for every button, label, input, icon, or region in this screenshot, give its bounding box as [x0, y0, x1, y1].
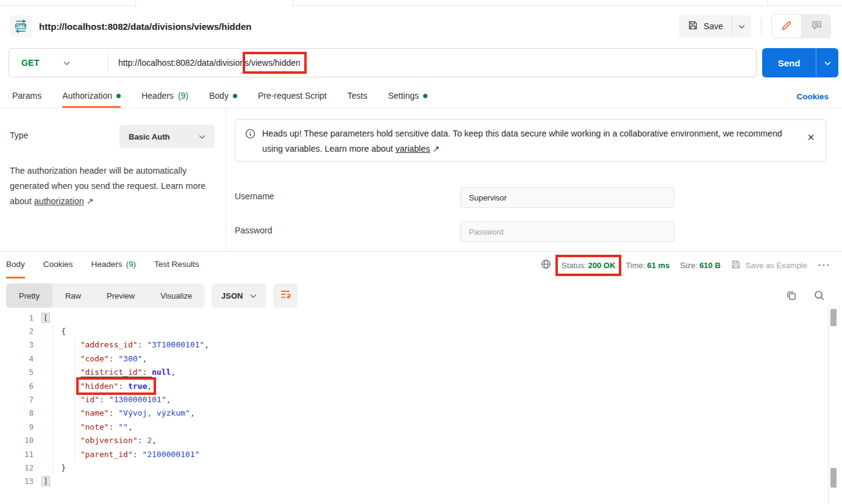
code-line: 8 "name": "Vývoj, výzkum",: [0, 406, 827, 420]
response-tab-body[interactable]: Body: [6, 252, 25, 279]
response-tab-cookies[interactable]: Cookies: [43, 252, 73, 279]
view-tab-raw[interactable]: Raw: [52, 283, 94, 308]
code-line: 13]: [0, 475, 827, 488]
tab-params[interactable]: Params: [12, 85, 41, 108]
code-line: 1[: [0, 311, 827, 324]
save-button-group: Save: [679, 15, 751, 37]
auth-help-text: The authorization header will be automat…: [0, 148, 226, 209]
format-value: JSON: [221, 291, 243, 300]
sensitive-data-banner: Heads up! These parameters hold sensitiv…: [235, 119, 826, 161]
size-value: 610 B: [699, 261, 721, 270]
svg-text:HTTP: HTTP: [15, 24, 27, 28]
request-tabs: Params Authorization Headers(9) Body Pre…: [0, 85, 842, 108]
auth-type-value: Basic Auth: [129, 132, 169, 141]
code-line: 7 "id": "1300000101",: [0, 392, 827, 406]
code-line: 9 "note": "",: [0, 420, 827, 433]
password-label: Password: [235, 225, 272, 235]
url-input[interactable]: http://localhost:8082/data/divisions/vie…: [118, 58, 301, 68]
time-value: 61 ms: [647, 261, 669, 270]
wrap-lines-icon: [280, 289, 291, 302]
tab-separator: [767, 0, 768, 6]
chevron-down-icon: [199, 132, 205, 141]
view-tab-preview[interactable]: Preview: [94, 283, 148, 308]
line-number: 2: [0, 327, 42, 336]
save-icon: [731, 260, 741, 271]
headers-count: (9): [178, 91, 188, 101]
line-number: 12: [0, 463, 42, 472]
line-number: 8: [0, 408, 42, 417]
format-select[interactable]: JSON: [212, 283, 266, 308]
response-header: Body Cookies Headers(9) Test Results Sta…: [0, 252, 842, 279]
code-line: 2 {: [0, 324, 827, 338]
method-divider: [108, 54, 109, 72]
scrollbar-thumb[interactable]: [830, 468, 837, 488]
hidden-true-annotation: "hidden": true,: [80, 382, 152, 391]
globe-icon[interactable]: [541, 259, 551, 271]
wrap-lines-button[interactable]: [273, 283, 298, 308]
password-field[interactable]: Password: [460, 221, 674, 242]
search-icon[interactable]: [814, 290, 825, 301]
authorization-link[interactable]: authorization: [34, 196, 84, 206]
response-body-editor[interactable]: 1[2 {3 "address_id": "3T10000101",4 "cod…: [0, 311, 827, 504]
send-options-button[interactable]: [816, 48, 838, 77]
status-badge-annotation: Status:200 OK: [562, 261, 615, 270]
active-request-tab[interactable]: [135, 0, 293, 7]
tab-authorization[interactable]: Authorization: [62, 85, 121, 108]
url-highlight-annotation: /views/hidden: [249, 58, 301, 68]
view-tab-visualize[interactable]: Visualize: [148, 283, 205, 308]
code-line: 3 "address_id": "3T10000101",: [0, 338, 827, 352]
time-badge: Time:61 ms: [626, 261, 669, 270]
save-icon: [688, 20, 698, 32]
header-divider: [761, 18, 762, 34]
edit-mode-button[interactable]: [771, 14, 802, 38]
username-field[interactable]: Supervisor: [460, 187, 674, 208]
cookies-link[interactable]: Cookies: [796, 92, 829, 101]
tab-headers[interactable]: Headers(9): [141, 85, 188, 108]
comment-icon: [812, 20, 822, 33]
code-lines: 1[2 {3 "address_id": "3T10000101",4 "cod…: [0, 311, 827, 488]
auth-panel-divider: [226, 108, 226, 251]
green-dot-icon: [423, 94, 427, 98]
auth-type-panel: Type Basic Auth The authorization header…: [0, 108, 226, 251]
method-label: GET: [21, 58, 39, 68]
save-button-label: Save: [704, 21, 723, 31]
chevron-down-icon: [63, 57, 70, 68]
response-toolbar: Pretty Raw Preview Visualize JSON: [6, 283, 836, 308]
tab-pre-request-script[interactable]: Pre-request Script: [258, 85, 327, 108]
view-tab-pretty[interactable]: Pretty: [6, 283, 52, 308]
green-dot-icon: [116, 94, 121, 98]
method-selector[interactable]: GET: [9, 57, 108, 68]
comment-button[interactable]: [802, 14, 831, 38]
line-number: 6: [0, 382, 42, 391]
more-options-icon[interactable]: [818, 263, 830, 268]
code-line: 4 "code": "300",: [0, 352, 827, 365]
code-line: 5 "district_id": null,: [0, 366, 827, 379]
request-header: HTTP http://localhost:8082/data/division…: [0, 7, 842, 46]
size-badge: Size:610 B: [680, 261, 721, 270]
variables-link[interactable]: variables: [395, 144, 430, 154]
copy-icon[interactable]: [786, 290, 797, 301]
response-tabs: Body Cookies Headers(9) Test Results: [6, 252, 199, 279]
line-number: 7: [0, 395, 42, 404]
tab-settings[interactable]: Settings: [388, 85, 427, 108]
close-icon[interactable]: ×: [806, 126, 816, 148]
code-line: 12 }: [0, 461, 827, 474]
response-meta: Status:200 OK Time:61 ms Size:610 B Save…: [541, 252, 830, 279]
tab-body[interactable]: Body: [209, 85, 237, 108]
response-tab-headers[interactable]: Headers(9): [91, 252, 137, 279]
status-label: Status:: [562, 261, 586, 270]
page-title: http://localhost:8082/data/divisions/vie…: [39, 21, 251, 32]
url-bar: GET http://localhost:8082/data/divisions…: [9, 48, 757, 77]
external-link-icon: ↗: [87, 196, 94, 206]
line-number: 11: [0, 450, 42, 459]
auth-type-select[interactable]: Basic Auth: [120, 125, 215, 148]
code-line: 6 "hidden": true,: [0, 379, 827, 392]
scrollbar-thumb[interactable]: [830, 309, 837, 326]
save-button[interactable]: Save: [679, 15, 732, 37]
save-as-example-button[interactable]: Save as Example: [731, 260, 807, 271]
save-options-button[interactable]: [732, 15, 751, 37]
response-tab-test-results[interactable]: Test Results: [154, 252, 199, 279]
tab-tests[interactable]: Tests: [348, 85, 368, 108]
line-number: 5: [0, 367, 42, 377]
send-button[interactable]: Send: [762, 48, 816, 77]
